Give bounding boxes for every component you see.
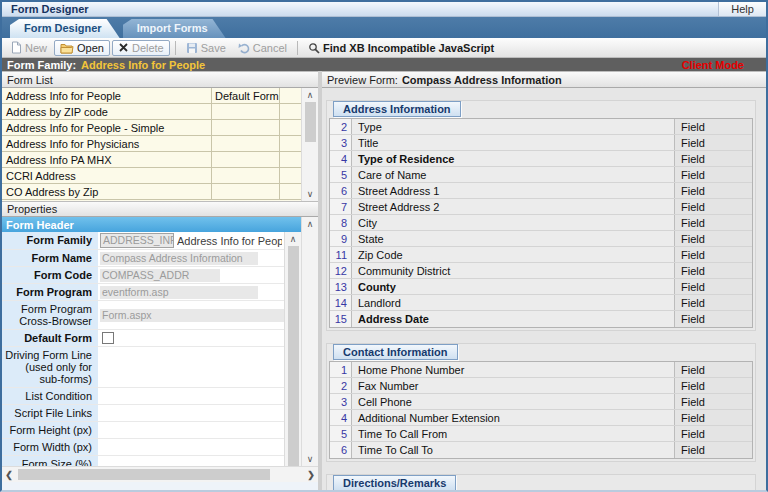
scroll-right-icon[interactable]: ❯ — [304, 470, 318, 480]
preview-field-row[interactable]: 7Street Address 2Field — [330, 199, 752, 215]
preview-field-row[interactable]: 1Home Phone NumberField — [330, 362, 752, 378]
scroll-up-icon[interactable]: ∧ — [302, 88, 318, 102]
toolbar-separator — [297, 41, 298, 55]
tab-import-forms[interactable]: Import Forms — [123, 19, 226, 38]
scrollbar-thumb[interactable] — [18, 469, 270, 480]
toolbar-button-save[interactable]: Save — [181, 41, 231, 55]
field-type-cell: Field — [674, 167, 752, 182]
preview-field-row[interactable]: 5Care of NameField — [330, 167, 752, 183]
preview-field-row[interactable]: 5Time To Call FromField — [330, 426, 752, 442]
field-label: Additional Number Extension — [352, 410, 674, 425]
field-type-cell: Field — [674, 247, 752, 262]
field-number: 9 — [330, 231, 352, 246]
form-list-row[interactable]: Address Info for PeopleDefault Form — [2, 88, 301, 104]
prop-input[interactable]: COMPASS_ADDR — [100, 269, 220, 282]
preview-field-row[interactable]: 11Zip CodeField — [330, 247, 752, 263]
scroll-down-icon[interactable]: ∨ — [302, 187, 318, 201]
default-form-cell — [211, 104, 279, 119]
field-label: County — [352, 279, 674, 294]
default-form-cell — [211, 120, 279, 135]
preview-field-row[interactable]: 8CityField — [330, 215, 752, 231]
preview-field-row[interactable]: 6Street Address 1Field — [330, 183, 752, 199]
section-tab-contact-information[interactable]: Contact Information — [333, 344, 458, 360]
form-designer-window: Form Designer Help Form DesignerImport F… — [0, 0, 768, 492]
prop-value — [98, 347, 284, 387]
prop-input[interactable]: Compass Address Information — [100, 252, 258, 265]
toolbar-button-label: Save — [201, 42, 226, 54]
prop-label: Form Code — [2, 267, 98, 283]
title-bar: Form Designer Help — [2, 2, 766, 17]
scrollbar-thumb[interactable] — [305, 102, 316, 142]
preview-field-row[interactable]: 6Time To Call ToField — [330, 442, 752, 458]
prop-row-form-family: Form FamilyADDRESS_INFO_PAddress Info fo… — [2, 232, 284, 250]
toolbar-button-open[interactable]: Open — [54, 40, 110, 56]
scroll-down-icon[interactable]: ∨ — [302, 452, 318, 466]
form-list-row[interactable]: Address Info for Physicians — [2, 136, 301, 152]
prop-input[interactable]: ADDRESS_INFO_P — [100, 233, 174, 248]
extra-cell — [279, 104, 301, 119]
default-form-checkbox[interactable] — [102, 332, 114, 344]
field-label: Time To Call To — [352, 442, 674, 458]
toolbar-button-label: Find XB Incompatible JavaScript — [323, 42, 494, 54]
field-type-cell: Field — [674, 311, 752, 327]
preview-field-row[interactable]: 9StateField — [330, 231, 752, 247]
prop-input[interactable]: eventform.asp — [100, 286, 258, 299]
prop-row-form-size: Form Size (%) — [2, 456, 284, 466]
prop-input[interactable]: Form.aspx — [100, 309, 284, 322]
prop-label: Script File Links — [2, 405, 98, 421]
form-list-row[interactable]: CO Address by Zip — [2, 184, 301, 200]
field-type-cell: Field — [674, 426, 752, 441]
toolbar-button-cancel[interactable]: Cancel — [233, 41, 292, 55]
preview-field-row[interactable]: 2TypeField — [330, 119, 752, 135]
preview-panel: Preview Form: Compass Address Informatio… — [322, 71, 766, 490]
prop-label: Default Form — [2, 330, 98, 346]
preview-field-row[interactable]: 12Community DistrictField — [330, 263, 752, 279]
preview-field-row[interactable]: 4Type of ResidenceField — [330, 151, 752, 167]
form-family-label: Form Family: — [7, 59, 76, 71]
form-name-cell: CCRI Address — [2, 168, 211, 183]
preview-field-row[interactable]: 15Address DateField — [330, 311, 752, 327]
field-number: 3 — [330, 394, 352, 409]
preview-field-row[interactable]: 2Fax NumberField — [330, 378, 752, 394]
preview-form-label: Preview Form: — [327, 74, 398, 86]
help-button[interactable]: Help — [718, 2, 766, 16]
field-type-cell: Field — [674, 151, 752, 166]
section-tab-address-information[interactable]: Address Information — [333, 101, 461, 117]
field-type-cell: Field — [674, 231, 752, 246]
scroll-up-icon[interactable]: ∧ — [302, 217, 318, 231]
field-type-cell: Field — [674, 378, 752, 393]
scroll-left-icon[interactable]: ❮ — [2, 470, 16, 480]
field-type-cell: Field — [674, 135, 752, 150]
toolbar-button-delete[interactable]: Delete — [112, 40, 170, 56]
scrollbar-thumb[interactable] — [288, 246, 299, 466]
field-type-cell: Field — [674, 410, 752, 425]
field-type-cell: Field — [674, 295, 752, 310]
prop-label: Form Program Cross-Browser — [2, 301, 98, 329]
default-form-cell — [211, 184, 279, 199]
field-number: 6 — [330, 442, 352, 458]
form-name-cell: Address Info for People - Simple — [2, 120, 211, 135]
toolbar-button-new[interactable]: New — [6, 40, 52, 55]
section-tab-directions-remarks[interactable]: Directions/Remarks — [333, 475, 456, 490]
form-list-row[interactable]: Address Info PA MHX — [2, 152, 301, 168]
form-list-row[interactable]: Address Info for People - Simple — [2, 120, 301, 136]
prop-row-form-code: Form CodeCOMPASS_ADDR — [2, 267, 284, 284]
tab-bar: Form DesignerImport Forms — [2, 17, 766, 38]
properties-header: Properties — [2, 201, 318, 217]
toolbar-button-find-xb-incompatible-javascript[interactable]: Find XB Incompatible JavaScript — [303, 41, 499, 55]
prop-label: Form Family — [2, 232, 98, 249]
form-header-section-bar[interactable]: Form Header — [2, 217, 301, 232]
scroll-up-icon[interactable]: ∧ — [285, 232, 301, 246]
preview-field-row[interactable]: 3Cell PhoneField — [330, 394, 752, 410]
field-number: 5 — [330, 167, 352, 182]
form-list: Address Info for PeopleDefault FormAddre… — [2, 88, 318, 201]
preview-field-row[interactable]: 3TitleField — [330, 135, 752, 151]
field-type-cell: Field — [674, 442, 752, 458]
preview-field-row[interactable]: 4Additional Number ExtensionField — [330, 410, 752, 426]
preview-field-row[interactable]: 13CountyField — [330, 279, 752, 295]
form-list-row[interactable]: CCRI Address — [2, 168, 301, 184]
preview-field-row[interactable]: 14LandlordField — [330, 295, 752, 311]
field-label: Fax Number — [352, 378, 674, 393]
form-list-row[interactable]: Address by ZIP code — [2, 104, 301, 120]
tab-form-designer[interactable]: Form Designer — [10, 19, 120, 38]
